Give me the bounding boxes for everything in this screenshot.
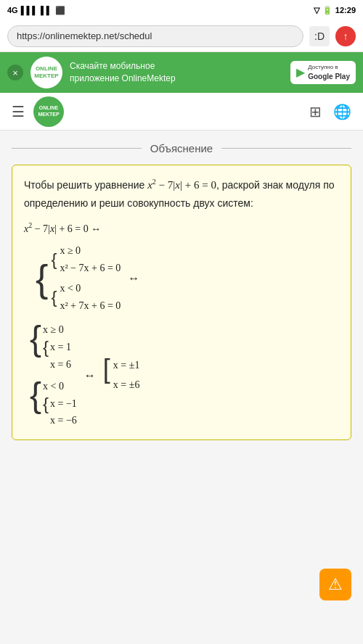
status-right: ▽ 🔋 12:29: [314, 6, 356, 15]
nav-logo-text: ONLINE MEKTEP: [38, 105, 59, 117]
final-sol2: x = ±6: [113, 376, 140, 395]
address-bar: :D ↑: [0, 20, 363, 52]
final-solutions: [ x = ±1 x = ±6: [103, 356, 140, 395]
sol-x6: x = 6: [50, 356, 71, 373]
reload-icon: ↑: [343, 30, 348, 42]
carrier1: 4G: [7, 6, 18, 15]
sys2-line2: x² + 7x + 6 = 0: [60, 297, 121, 315]
double-system-wrap: { { x ≥ 0 x² − 7x + 6 = 0 { x < 0 x² + 7…: [36, 242, 339, 314]
banner-text: Скачайте мобильное приложение OnlineMekt…: [70, 60, 283, 85]
main-content: Объяснение Чтобы решить уравнение x2 − 7…: [0, 131, 363, 452]
sol-outer-brace1: {: [30, 321, 41, 356]
url-input[interactable]: [7, 25, 303, 47]
battery-icon: 🔋: [322, 6, 333, 15]
sol-inner-brace1: {: [43, 339, 49, 356]
google-play-label: Доступно в Google Play: [308, 64, 350, 80]
system2: { x < 0 x² + 7x + 6 = 0: [51, 280, 121, 315]
system1: { x ≥ 0 x² − 7x + 6 = 0: [51, 242, 121, 277]
sol-sys2-inner: { x = −1 x = −6: [43, 395, 77, 430]
google-play-button[interactable]: ▶ Доступно в Google Play: [290, 61, 356, 83]
sol-outer-brace2: {: [30, 378, 41, 413]
inner-brace1-icon: {: [51, 251, 57, 268]
table-icon[interactable]: ⊞: [309, 103, 322, 120]
warning-fab-button[interactable]: ⚠: [319, 569, 351, 600]
sol-xm1: x = −1: [50, 395, 77, 413]
nav-logo: ONLINE MEKTEP: [33, 96, 64, 127]
math-card: Чтобы решить уравнение x2 − 7|x| + 6 = 0…: [12, 165, 351, 440]
sol-xm6: x = −6: [50, 412, 77, 429]
reload-button[interactable]: ↑: [335, 26, 356, 46]
status-left: 4G ▌▌▌ ▌▌ ⬛: [7, 6, 65, 15]
solution-left: { x ≥ 0 { x = 1 x = 6 {: [30, 321, 77, 429]
solution-section: { x ≥ 0 { x = 1 x = 6 {: [30, 321, 339, 429]
outer-brace-icon: {: [36, 260, 48, 297]
menu-icon[interactable]: ☰: [12, 103, 25, 120]
sys1-line1: x ≥ 0: [60, 242, 121, 260]
signal-bars: ▌▌▌: [21, 6, 38, 15]
globe-icon[interactable]: 🌐: [333, 103, 351, 120]
section-title: Объяснение: [12, 142, 351, 154]
final-sol-lines: x = ±1 x = ±6: [113, 356, 140, 395]
nav-left: ☰ ONLINE MEKTEP: [12, 96, 64, 127]
wifi-icon: ▽: [314, 6, 319, 15]
app-banner: × ONLINE MEKTEP Скачайте мобильное прило…: [0, 52, 363, 93]
sol-inner-brace2: {: [43, 395, 49, 413]
banner-logo: ONLINE MEKTEP: [30, 57, 62, 88]
banner-logo-text: ONLINE MEKTEP: [34, 65, 58, 79]
sys1-line2: x² − 7x + 6 = 0: [60, 260, 121, 277]
system2-lines: x < 0 x² + 7x + 6 = 0: [60, 280, 121, 315]
system1-lines: x ≥ 0 x² − 7x + 6 = 0: [60, 242, 121, 277]
inner-brace2-icon: {: [51, 289, 57, 306]
intro-text: Чтобы решить уравнение x2 − 7|x| + 6 = 0…: [24, 176, 339, 212]
eq-first-line: x2 − 7|x| + 6 = 0 ↔: [24, 219, 339, 238]
sol-system1: { x ≥ 0 { x = 1 x = 6: [30, 321, 77, 373]
sol-system2: { x < 0 { x = −1 x = −6: [30, 378, 77, 429]
sol-sys1-inner: { x = 1 x = 6: [43, 339, 71, 373]
sol-sys1-eqs: x = 1 x = 6: [50, 339, 71, 373]
final-arrow-icon: ↔: [84, 366, 96, 385]
sol-sys2-top: x < 0: [43, 378, 77, 395]
final-brace-icon: [: [103, 356, 110, 382]
sys2-line1: x < 0: [60, 280, 121, 297]
outer-brace-content: { x ≥ 0 x² − 7x + 6 = 0 { x < 0 x² + 7x …: [51, 242, 121, 314]
sol-sys2-content: x < 0 { x = −1 x = −6: [43, 378, 77, 429]
sol-sys2-eqs: x = −1 x = −6: [50, 395, 77, 430]
carrier2-signal: ▌▌: [41, 6, 52, 15]
play-icon: ▶: [296, 65, 305, 79]
final-sol1: x = ±1: [113, 356, 140, 376]
banner-close-button[interactable]: ×: [7, 65, 23, 80]
status-bar: 4G ▌▌▌ ▌▌ ⬛ ▽ 🔋 12:29: [0, 0, 363, 20]
screenshot-icon: ⬛: [55, 6, 65, 15]
mid-arrow-icon: ↔: [128, 268, 139, 288]
sol-x1: x = 1: [50, 339, 71, 356]
eq-inline: x2 − 7|x| + 6 = 0: [147, 179, 216, 191]
sol-sys1-top: x ≥ 0: [43, 321, 71, 339]
nav-bar: ☰ ONLINE MEKTEP ⊞ 🌐: [0, 93, 363, 131]
sol-sys1-content: x ≥ 0 { x = 1 x = 6: [43, 321, 71, 373]
tabs-button[interactable]: :D: [309, 26, 330, 46]
nav-right: ⊞ 🌐: [309, 103, 351, 120]
time-display: 12:29: [335, 6, 356, 15]
